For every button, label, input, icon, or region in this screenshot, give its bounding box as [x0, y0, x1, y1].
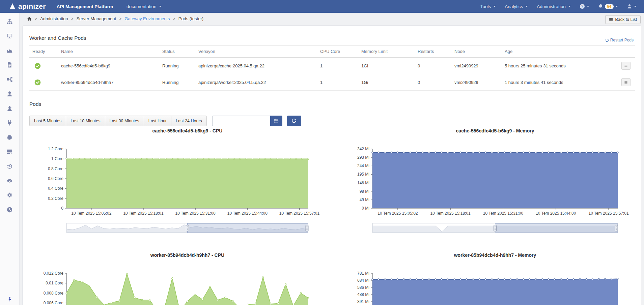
sidebar-item-server[interactable]: [7, 149, 12, 155]
sidebar-item-user-secret[interactable]: [7, 105, 12, 111]
sidebar-item-user[interactable]: [7, 91, 12, 97]
svg-text:0.2 Core: 0.2 Core: [48, 196, 63, 201]
svg-text:586 Mi: 586 Mi: [357, 285, 369, 290]
sidebar-item-monitor[interactable]: [7, 33, 12, 39]
time-filter-row: Last 5 Minutes Last 10 Minutes Last 30 M…: [29, 116, 301, 126]
filter-last-10-minutes[interactable]: Last 10 Minutes: [66, 116, 105, 126]
svg-text:1 Core: 1 Core: [51, 156, 63, 161]
notification-count-badge: 54: [605, 4, 614, 9]
breadcrumb-administration[interactable]: Administration: [40, 16, 68, 21]
refresh-button[interactable]: [287, 116, 301, 126]
sidebar-item-topology[interactable]: [7, 77, 12, 82]
sidebar-pin-toggle[interactable]: [7, 297, 12, 302]
sidebar-item-sitemap[interactable]: [7, 19, 12, 24]
product-title: API Management Platform: [57, 4, 113, 9]
user-avatar-icon: [627, 4, 632, 9]
pod-age: 5 hours 25 minutes 31 seconds: [502, 58, 605, 74]
filter-last-24-hours[interactable]: Last 24 Hours: [171, 116, 207, 126]
ready-check-icon: [34, 63, 41, 69]
svg-text:244 Mi: 244 Mi: [357, 163, 369, 168]
svg-text:146 Mi: 146 Mi: [357, 181, 369, 185]
worker-cpu-plot: 0.012 Core0.01 Core0.008 Core0.006 Core0…: [34, 273, 313, 305]
chevron-down-icon: [634, 6, 637, 7]
filter-last-hour[interactable]: Last Hour: [144, 116, 171, 126]
filter-last-30-minutes[interactable]: Last 30 Minutes: [105, 116, 144, 126]
calendar-icon: [274, 118, 279, 123]
svg-text:10 Tem 2025 15:05:02: 10 Tem 2025 15:05:02: [377, 211, 418, 216]
apinizer-logo[interactable]: apinizer: [9, 2, 46, 10]
sidebar-item-chart[interactable]: [7, 48, 12, 53]
date-range-picker: [212, 116, 282, 126]
breadcrumb-server-management[interactable]: Server Management: [76, 16, 116, 21]
nav-documentation[interactable]: documentation: [127, 4, 162, 9]
cache-memory-zoom-handle[interactable]: [615, 225, 618, 231]
col-age: Age: [502, 45, 605, 58]
sidebar-item-clock[interactable]: [7, 207, 12, 213]
pod-name: cache-556cdfc4d5-b6kg9: [58, 58, 159, 74]
svg-text:0.6 Core: 0.6 Core: [48, 176, 63, 181]
notifications-menu[interactable]: 54: [598, 4, 618, 9]
svg-text:342 Mi: 342 Mi: [357, 147, 369, 151]
col-ready: Ready: [29, 45, 58, 58]
sidebar-item-history[interactable]: [7, 163, 12, 169]
nav-tools[interactable]: Tools: [480, 4, 496, 9]
server-icon: [7, 149, 12, 155]
pod-node: vmi2490929: [451, 58, 502, 74]
worker-cpu-chart: worker-85b94dcb4d-h9hh7 - CPU0.012 Core0…: [34, 252, 313, 305]
date-range-input[interactable]: [212, 116, 270, 126]
sidebar-item-settings[interactable]: [7, 192, 12, 198]
gear-burst-icon: [7, 134, 12, 140]
breadcrumb: > Administration > Server Management > G…: [27, 16, 203, 21]
pod-name: worker-85b94dcb4d-h9hh7: [58, 74, 159, 91]
pods-table-title: Worker and Cache Pods: [29, 35, 86, 41]
col-version: Versiyon: [195, 45, 317, 58]
cache-cpu-zoom-handle[interactable]: [306, 225, 308, 231]
worker-memory-chart-title: worker-85b94dcb4d-h9hh7 - Memory: [372, 252, 618, 258]
row-actions-button[interactable]: [621, 78, 631, 86]
chevron-down-icon: [615, 6, 618, 7]
cache-memory-zoom-handle[interactable]: [494, 225, 497, 231]
menu-lines-icon: [624, 80, 628, 85]
restart-pods-link[interactable]: Restart Pods: [605, 38, 634, 42]
table-header-row: Ready Name Status Versiyon CPU Core Memo…: [29, 45, 635, 58]
breadcrumb-separator: >: [119, 17, 121, 21]
nav-documentation-label: documentation: [127, 4, 157, 9]
apinizer-logo-icon: [9, 3, 16, 10]
cache-cpu-zoom-slider[interactable]: [66, 223, 308, 234]
svg-text:0.012 Core: 0.012 Core: [44, 271, 64, 276]
pod-node: vmi2490929: [451, 74, 502, 91]
nav-analytics[interactable]: Analytics: [505, 4, 528, 9]
svg-text:488 Mi: 488 Mi: [357, 292, 369, 297]
col-name: Name: [58, 45, 159, 58]
cache-memory-chart-title: cache-556cdfc4d5-b6kg9 - Memory: [372, 128, 618, 133]
col-cpu-core: CPU Core: [317, 45, 358, 58]
main-content-card: Worker and Cache Pods Restart Pods Ready…: [22, 25, 641, 305]
nav-administration[interactable]: Administration: [537, 4, 571, 9]
plug-icon: [7, 120, 12, 126]
chevron-down-icon: [587, 6, 589, 7]
home-icon[interactable]: [27, 17, 32, 21]
svg-text:0.008 Core: 0.008 Core: [44, 291, 64, 296]
svg-text:10 Tem 2025 15:31:00: 10 Tem 2025 15:31:00: [483, 211, 524, 216]
sidebar-item-eye[interactable]: [7, 178, 12, 184]
user-menu[interactable]: [627, 4, 637, 9]
cache-memory-zoom-slider[interactable]: [372, 223, 618, 234]
breadcrumb-gateway-environments[interactable]: Gateway Environments: [124, 16, 170, 21]
svg-text:10 Tem 2025 15:18:01: 10 Tem 2025 15:18:01: [430, 211, 471, 216]
sidebar-item-gear-burst[interactable]: [7, 134, 12, 140]
sidebar-item-document[interactable]: [7, 62, 12, 68]
pod-version: apinizerqa/cache:2025.04.5.qa.22: [195, 58, 317, 74]
user-secret-icon: [7, 105, 12, 111]
filter-last-5-minutes[interactable]: Last 5 Minutes: [29, 116, 66, 126]
back-to-list-button[interactable]: Back to List: [605, 15, 641, 24]
svg-text:0.8 Core: 0.8 Core: [48, 166, 63, 171]
cache-cpu-zoom-handle[interactable]: [186, 225, 189, 231]
col-actions: [605, 45, 635, 58]
svg-text:?: ?: [581, 4, 583, 8]
sidebar-item-plug[interactable]: [7, 120, 12, 126]
calendar-button[interactable]: [270, 116, 282, 126]
help-menu[interactable]: ?: [580, 4, 589, 9]
menu-lines-icon: [624, 64, 628, 68]
svg-text:10 Tem 2025 15:31:00: 10 Tem 2025 15:31:00: [175, 211, 216, 216]
row-actions-button[interactable]: [621, 62, 631, 70]
